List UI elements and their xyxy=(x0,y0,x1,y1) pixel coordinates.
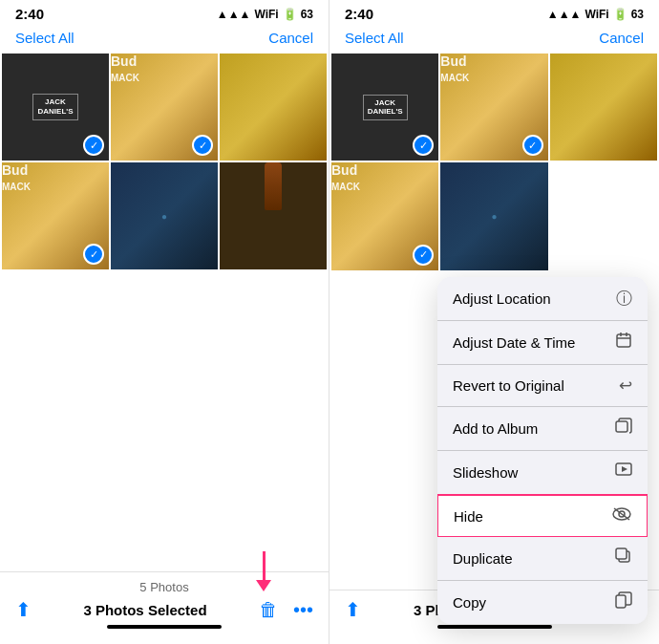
right-check-1: ✓ xyxy=(413,135,434,156)
left-bottom-bar: 5 Photos ⬆ 3 Photos Selected 🗑 ••• xyxy=(0,571,329,644)
menu-item-add-album[interactable]: Add to Album xyxy=(437,407,648,451)
add-album-icon xyxy=(615,418,632,440)
menu-item-copy[interactable]: Copy xyxy=(437,581,648,624)
photo-cell-5[interactable]: ● xyxy=(111,162,218,269)
hide-label: Hide xyxy=(454,508,483,525)
right-photo-cell-1[interactable]: JACKDANIEL'S ✓ xyxy=(331,54,438,161)
arrow-indicator xyxy=(256,551,271,591)
svg-rect-4 xyxy=(616,421,627,432)
right-share-icon[interactable]: ⬆ xyxy=(345,598,361,621)
adjust-date-label: Adjust Date & Time xyxy=(453,334,575,351)
right-home-indicator xyxy=(437,625,552,629)
right-status-icons: ▲▲▲ WiFi 🔋 63 xyxy=(547,8,644,21)
right-photo-cell-5[interactable]: ● xyxy=(440,162,547,269)
wifi-icon: WiFi xyxy=(254,8,278,21)
menu-item-duplicate[interactable]: Duplicate xyxy=(437,537,648,581)
slideshow-icon xyxy=(615,462,632,483)
hide-icon xyxy=(612,506,631,526)
check-1: ✓ xyxy=(83,135,104,156)
share-icon[interactable]: ⬆ xyxy=(15,598,32,621)
photo-cell-2[interactable]: BudMACK ✓ xyxy=(111,54,218,161)
left-nav-bar: Select All Cancel xyxy=(0,26,329,54)
left-cancel-button[interactable]: Cancel xyxy=(268,30,313,46)
revert-icon: ↩ xyxy=(619,376,632,396)
revert-label: Revert to Original xyxy=(453,377,564,394)
svg-rect-11 xyxy=(616,548,627,559)
delete-icon[interactable]: 🗑 xyxy=(259,599,278,621)
menu-item-revert[interactable]: Revert to Original ↩ xyxy=(437,365,648,407)
menu-item-adjust-date[interactable]: Adjust Date & Time xyxy=(437,321,648,365)
battery-icon: 🔋 xyxy=(283,8,297,21)
right-photo-cell-3[interactable] xyxy=(550,54,657,161)
left-status-icons: ▲▲▲ WiFi 🔋 63 xyxy=(217,8,313,21)
copy-icon xyxy=(615,591,632,613)
right-photo-cell-2[interactable]: BudMACK ✓ xyxy=(440,54,547,161)
photo-cell-4[interactable]: BudMACK ✓ xyxy=(2,162,109,269)
svg-marker-6 xyxy=(622,466,627,472)
right-photo-cell-empty xyxy=(550,162,657,269)
photo-cell-3[interactable] xyxy=(220,54,327,161)
left-status-bar: 2:40 ▲▲▲ WiFi 🔋 63 xyxy=(0,0,329,26)
right-battery-icon: 🔋 xyxy=(613,8,627,21)
adjust-location-label: Adjust Location xyxy=(453,290,551,307)
svg-rect-0 xyxy=(617,334,630,347)
right-photo-cell-4[interactable]: BudMACK ✓ xyxy=(331,162,438,269)
check-2: ✓ xyxy=(192,135,213,156)
right-check-2: ✓ xyxy=(522,135,543,156)
menu-item-adjust-location[interactable]: Adjust Location ⓘ xyxy=(437,277,648,321)
arrow-shaft xyxy=(263,551,266,580)
photo-cell-6[interactable] xyxy=(220,162,327,269)
adjust-location-icon: ⓘ xyxy=(616,288,632,310)
arrow-head xyxy=(256,580,271,591)
adjust-date-icon xyxy=(615,332,632,354)
left-select-all-button[interactable]: Select All xyxy=(15,30,74,46)
left-time: 2:40 xyxy=(15,6,44,22)
right-phone-panel: 2:40 ▲▲▲ WiFi 🔋 63 Select All Cancel JAC… xyxy=(330,0,659,644)
context-menu: Adjust Location ⓘ Adjust Date & Time Rev… xyxy=(437,277,648,624)
signal-icon: ▲▲▲ xyxy=(217,8,251,21)
left-phone-panel: 2:40 ▲▲▲ WiFi 🔋 63 Select All Cancel JAC… xyxy=(0,0,330,644)
right-battery-level: 63 xyxy=(631,8,644,21)
slideshow-label: Slideshow xyxy=(453,464,518,481)
check-4: ✓ xyxy=(83,244,104,265)
right-cancel-button[interactable]: Cancel xyxy=(599,30,644,46)
right-nav-bar: Select All Cancel xyxy=(330,26,659,54)
right-status-bar: 2:40 ▲▲▲ WiFi 🔋 63 xyxy=(330,0,659,26)
right-wifi-icon: WiFi xyxy=(585,8,608,21)
menu-item-slideshow[interactable]: Slideshow xyxy=(437,451,648,495)
right-time: 2:40 xyxy=(345,6,373,22)
duplicate-label: Duplicate xyxy=(453,550,513,567)
left-selected-label: 3 Photos Selected xyxy=(83,602,206,618)
right-check-4: ✓ xyxy=(413,245,434,266)
battery-level: 63 xyxy=(301,8,313,21)
copy-label: Copy xyxy=(453,594,486,611)
svg-rect-13 xyxy=(616,595,626,608)
photo-cell-1[interactable]: JACKDANIEL'S ✓ xyxy=(2,54,109,161)
left-bottom-actions: ⬆ 3 Photos Selected 🗑 ••• xyxy=(15,598,313,621)
menu-item-hide[interactable]: Hide xyxy=(437,494,648,538)
right-signal-icon: ▲▲▲ xyxy=(547,8,582,21)
duplicate-icon xyxy=(615,547,632,569)
more-icon[interactable]: ••• xyxy=(293,599,313,621)
left-home-indicator xyxy=(107,625,222,629)
right-select-all-button[interactable]: Select All xyxy=(345,30,404,46)
add-album-label: Add to Album xyxy=(453,420,538,437)
